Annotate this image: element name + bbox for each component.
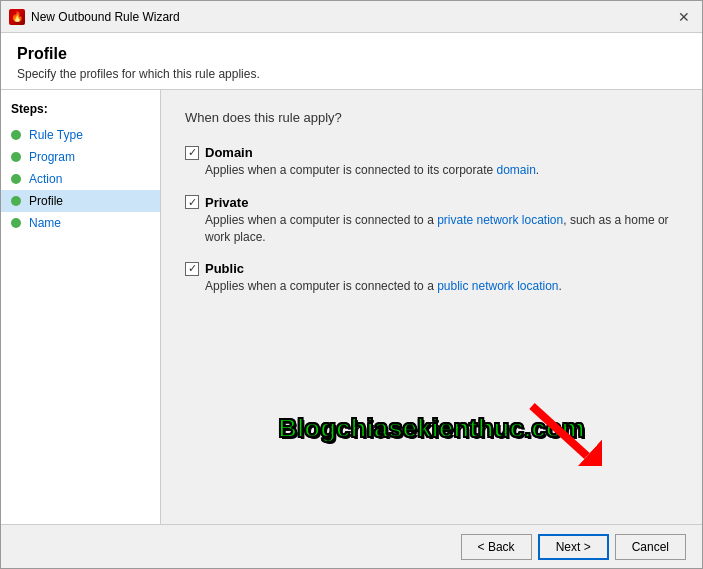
step-label-program: Program	[29, 150, 75, 164]
domain-title: Domain	[205, 145, 253, 160]
step-label-name: Name	[29, 216, 61, 230]
content-area: Steps: Rule Type Program Action Profile …	[1, 90, 702, 524]
page-subtitle: Specify the profiles for which this rule…	[17, 67, 686, 81]
steps-label: Steps:	[1, 102, 160, 124]
close-button[interactable]: ✕	[674, 7, 694, 27]
next-button[interactable]: Next >	[538, 534, 609, 560]
title-bar: 🔥 New Outbound Rule Wizard ✕	[1, 1, 702, 33]
cancel-button[interactable]: Cancel	[615, 534, 686, 560]
step-label-rule-type: Rule Type	[29, 128, 83, 142]
title-bar-text: New Outbound Rule Wizard	[31, 10, 180, 24]
wizard-window: 🔥 New Outbound Rule Wizard ✕ Profile Spe…	[0, 0, 703, 569]
step-dot-program	[11, 152, 21, 162]
step-label-action: Action	[29, 172, 62, 186]
footer: < Back Next > Cancel	[1, 524, 702, 568]
question-text: When does this rule apply?	[185, 110, 678, 125]
sidebar-item-name[interactable]: Name	[1, 212, 160, 234]
sidebar-item-program[interactable]: Program	[1, 146, 160, 168]
step-dot-profile	[11, 196, 21, 206]
sidebar-item-rule-type[interactable]: Rule Type	[1, 124, 160, 146]
domain-option: ✓ Domain Applies when a computer is conn…	[185, 145, 678, 179]
sidebar: Steps: Rule Type Program Action Profile …	[1, 90, 161, 524]
public-desc: Applies when a computer is connected to …	[185, 278, 678, 295]
private-option: ✓ Private Applies when a computer is con…	[185, 195, 678, 246]
sidebar-item-profile: Profile	[1, 190, 160, 212]
public-checkbox[interactable]: ✓	[185, 262, 199, 276]
domain-header: ✓ Domain	[185, 145, 678, 160]
step-dot-action	[11, 174, 21, 184]
main-content: When does this rule apply? ✓ Domain Appl…	[161, 90, 702, 524]
svg-line-1	[532, 406, 587, 456]
private-checkbox[interactable]: ✓	[185, 195, 199, 209]
profile-options: ✓ Domain Applies when a computer is conn…	[185, 145, 678, 295]
public-option: ✓ Public Applies when a computer is conn…	[185, 261, 678, 295]
private-title: Private	[205, 195, 248, 210]
public-header: ✓ Public	[185, 261, 678, 276]
step-dot-name	[11, 218, 21, 228]
page-title: Profile	[17, 45, 686, 63]
arrow-indicator	[522, 396, 602, 469]
domain-checkbox[interactable]: ✓	[185, 146, 199, 160]
back-button[interactable]: < Back	[461, 534, 532, 560]
step-dot-rule-type	[11, 130, 21, 140]
page-header: Profile Specify the profiles for which t…	[1, 33, 702, 90]
private-header: ✓ Private	[185, 195, 678, 210]
public-title: Public	[205, 261, 244, 276]
title-bar-left: 🔥 New Outbound Rule Wizard	[9, 9, 180, 25]
step-label-profile: Profile	[29, 194, 63, 208]
private-desc: Applies when a computer is connected to …	[185, 212, 678, 246]
sidebar-item-action[interactable]: Action	[1, 168, 160, 190]
domain-desc: Applies when a computer is connected to …	[185, 162, 678, 179]
app-icon: 🔥	[9, 9, 25, 25]
